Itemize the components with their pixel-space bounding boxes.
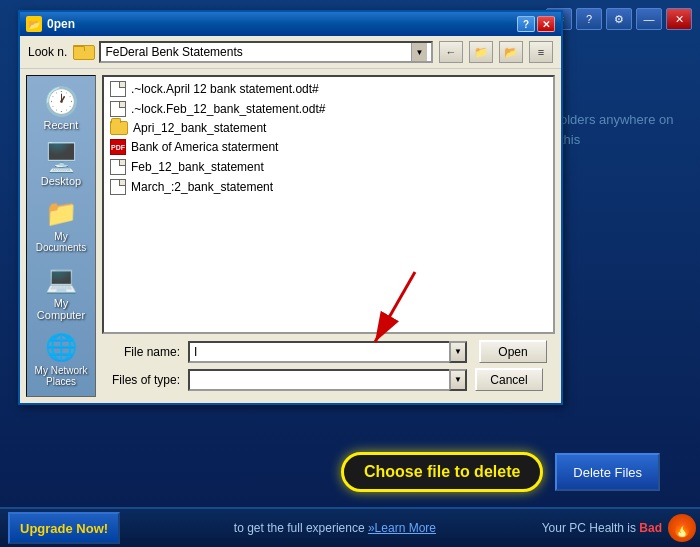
file-item[interactable]: March_:2_bank_statement xyxy=(106,177,551,197)
pdf-icon-4: PDF xyxy=(110,139,126,155)
look-in-arrow: ▼ xyxy=(411,43,427,61)
dialog-title: 📂 0pen xyxy=(26,16,75,32)
sidebar-desktop-label: Desktop xyxy=(41,175,81,187)
health-icon: 🔥 xyxy=(668,514,696,542)
dialog-title-text: 0pen xyxy=(47,17,75,31)
dialog-titlebar: 📂 0pen ? ✕ xyxy=(20,12,561,36)
pc-health-text: Your PC Health is Bad xyxy=(542,521,662,535)
desktop-icon: 🖥️ xyxy=(45,141,77,173)
file-name-1: .~lock.April 12 bank statement.odt# xyxy=(131,82,319,96)
dialog-toolbar: Look n. FeDeral Benk Statements ▼ ← 📁 📂 … xyxy=(20,36,561,69)
dialog-action-buttons: Open xyxy=(479,340,547,363)
cancel-btn-area: Cancel xyxy=(475,368,547,391)
dialog-sidebar: 🕐 Recent 🖥️ Desktop 📁 My Documents 💻 xyxy=(26,75,96,397)
sidebar-item-recent[interactable]: 🕐 Recent xyxy=(30,82,92,134)
choose-file-button[interactable]: Choose file to delete xyxy=(341,452,543,492)
settings-button[interactable]: ⚙ xyxy=(606,8,632,30)
close-main-button[interactable]: ✕ xyxy=(666,8,692,30)
look-in-label: Look n. xyxy=(28,45,67,59)
minimize-button[interactable]: — xyxy=(636,8,662,30)
delete-files-button[interactable]: Delete Files xyxy=(555,453,660,491)
titlebar-buttons: ? ✕ xyxy=(517,16,555,32)
my-computer-icon: 💻 xyxy=(45,263,77,295)
files-of-type-row: Files of type: ▼ Cancel xyxy=(110,368,547,391)
file-name-6: March_:2_bank_statement xyxy=(131,180,273,194)
file-name-2: .~lock.Feb_12_bank_statement.odt# xyxy=(131,102,325,116)
back-button[interactable]: ← xyxy=(439,41,463,63)
create-folder-button[interactable]: 📂 xyxy=(499,41,523,63)
file-name-row: File name: ▼ Open xyxy=(110,340,547,363)
files-of-type-input[interactable] xyxy=(188,369,449,391)
file-list[interactable]: .~lock.April 12 bank statement.odt# .~lo… xyxy=(102,75,555,334)
window-controls: ✱ ? ⚙ — ✕ xyxy=(546,8,692,30)
doc-icon-5 xyxy=(110,159,126,175)
sidebar-item-my-documents[interactable]: 📁 My Documents xyxy=(30,194,92,256)
cancel-button[interactable]: Cancel xyxy=(475,368,543,391)
file-list-container: .~lock.April 12 bank statement.odt# .~lo… xyxy=(102,75,555,397)
files-of-type-wrapper: ▼ xyxy=(188,369,467,391)
bottom-center-text: to get the full experience »Learn More xyxy=(128,521,542,535)
open-file-dialog: 📂 0pen ? ✕ Look n. FeDeral Benk Statemen… xyxy=(18,10,563,405)
file-name-3: Apri_12_bank_statement xyxy=(133,121,266,135)
file-name-label: File name: xyxy=(110,345,180,359)
sidebar-network-label: My Network Places xyxy=(33,365,89,387)
learn-more-link[interactable]: »Learn More xyxy=(368,521,436,535)
dialog-fields: File name: ▼ Open Files of type: xyxy=(102,334,555,397)
dialog-close-button[interactable]: ✕ xyxy=(537,16,555,32)
sidebar-item-network[interactable]: 🌐 My Network Places xyxy=(30,328,92,390)
lock-doc-icon-1 xyxy=(110,81,126,97)
network-icon: 🌐 xyxy=(45,331,77,363)
file-item[interactable]: Apri_12_bank_statement xyxy=(106,119,551,137)
bottom-bar: Upgrade Now! to get the full experience … xyxy=(0,507,700,547)
file-name-input[interactable] xyxy=(188,341,449,363)
dialog-title-icon: 📂 xyxy=(26,16,42,32)
dialog-body: 🕐 Recent 🖥️ Desktop 📁 My Documents 💻 xyxy=(20,69,561,403)
sidebar-my-documents-label: My Documents xyxy=(33,231,89,253)
sidebar-my-computer-label: My Computer xyxy=(33,297,89,321)
action-buttons-row: Choose file to delete Delete Files xyxy=(341,452,660,492)
file-name-5: Feb_12_bank_statement xyxy=(131,160,264,174)
file-item[interactable]: .~lock.April 12 bank statement.odt# xyxy=(106,79,551,99)
view-button[interactable]: ≡ xyxy=(529,41,553,63)
look-in-dropdown[interactable]: FeDeral Benk Statements ▼ xyxy=(99,41,433,63)
doc-icon-6 xyxy=(110,179,126,195)
dialog-help-button[interactable]: ? xyxy=(517,16,535,32)
sidebar-item-my-computer[interactable]: 💻 My Computer xyxy=(30,260,92,324)
sidebar-item-desktop[interactable]: 🖥️ Desktop xyxy=(30,138,92,190)
file-item[interactable]: PDF Bank of America staterment xyxy=(106,137,551,157)
up-folder-button[interactable]: 📁 xyxy=(469,41,493,63)
bottom-middle-text: to get the full experience xyxy=(234,521,365,535)
help-button[interactable]: ? xyxy=(576,8,602,30)
look-in-value: FeDeral Benk Statements xyxy=(105,45,242,59)
my-documents-icon: 📁 xyxy=(45,197,77,229)
file-name-input-wrapper: ▼ xyxy=(188,341,467,363)
files-of-type-dropdown-btn[interactable]: ▼ xyxy=(449,369,467,391)
lock-doc-icon-2 xyxy=(110,101,126,117)
recent-icon: 🕐 xyxy=(45,85,77,117)
pc-health-area: Your PC Health is Bad 🔥 xyxy=(542,514,700,542)
folder-icon-3 xyxy=(110,121,128,135)
file-item[interactable]: .~lock.Feb_12_bank_statement.odt# xyxy=(106,99,551,119)
file-item[interactable]: Feb_12_bank_statement xyxy=(106,157,551,177)
file-name-dropdown-btn[interactable]: ▼ xyxy=(449,341,467,363)
health-label: Your PC Health is xyxy=(542,521,636,535)
files-of-type-label: Files of type: xyxy=(110,373,180,387)
file-name-4: Bank of America staterment xyxy=(131,140,278,154)
folder-icon-small xyxy=(73,44,93,60)
background-hint-text: olders anywhere on this xyxy=(560,110,680,149)
sidebar-recent-label: Recent xyxy=(44,119,79,131)
upgrade-now-button[interactable]: Upgrade Now! xyxy=(8,512,120,544)
open-button[interactable]: Open xyxy=(479,340,547,363)
health-status: Bad xyxy=(639,521,662,535)
